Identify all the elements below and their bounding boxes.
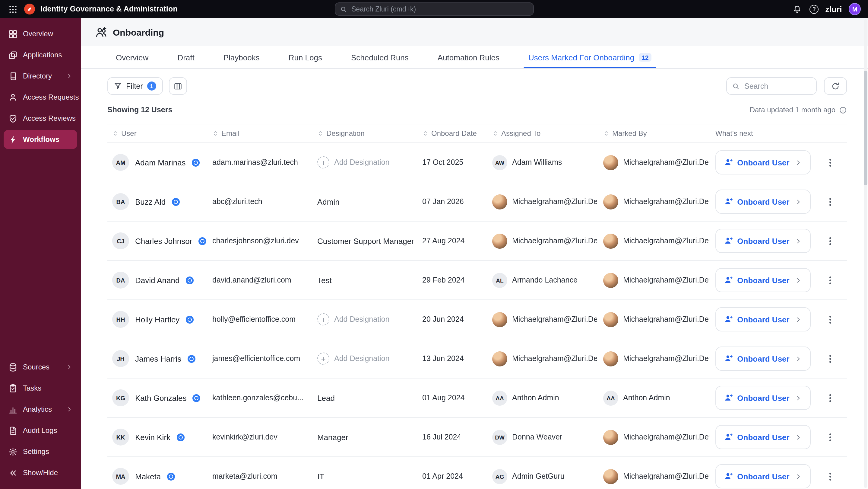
- table-row: KG Kath Gonzales kathleen.gonzales@cebu.…: [107, 378, 847, 418]
- onboard-user-button[interactable]: Onboard User: [715, 347, 811, 371]
- sidebar-item-analytics[interactable]: Analytics: [4, 400, 77, 419]
- onboard-user-button[interactable]: Onboard User: [715, 464, 811, 488]
- topbar: Identity Governance & Administration ? z…: [0, 0, 868, 18]
- add-designation-button[interactable]: + Add Designation: [317, 156, 390, 168]
- row-menu-button[interactable]: [824, 429, 836, 445]
- help-icon[interactable]: ?: [810, 4, 819, 13]
- designation-text: Lead: [317, 393, 335, 402]
- row-menu-button[interactable]: [824, 272, 836, 288]
- column-header-email[interactable]: Email: [212, 129, 317, 138]
- assigned-to-name: Michaelgraham@Zluri.Dev: [512, 354, 597, 363]
- row-menu-button[interactable]: [824, 468, 836, 484]
- tab-draft[interactable]: Draft: [176, 47, 195, 68]
- table-search-input[interactable]: [743, 81, 811, 91]
- source-sync-badge-icon: [185, 276, 193, 284]
- onboard-date: 01 Aug 2024: [422, 394, 492, 402]
- tab-run-logs[interactable]: Run Logs: [287, 47, 323, 68]
- shield-icon: [8, 114, 18, 123]
- chevron-right-icon: [795, 434, 802, 440]
- onboard-user-button[interactable]: Onboard User: [715, 229, 811, 253]
- tab-users-marked-for-onboarding[interactable]: Users Marked For Onboarding12: [527, 47, 653, 68]
- person-add-icon: [724, 197, 733, 206]
- manage-columns-button[interactable]: [169, 77, 187, 95]
- sidebar-item-settings[interactable]: Settings: [4, 442, 77, 461]
- marked-by-avatar: [603, 430, 618, 444]
- bar-chart-icon: [8, 405, 18, 414]
- assigned-to-name: Michaelgraham@Zluri.Dev: [512, 315, 597, 324]
- table-search[interactable]: [726, 77, 817, 95]
- assigned-to-name: Michaelgraham@Zluri.Dev: [512, 197, 597, 206]
- sidebar-item-show-hide[interactable]: Show/Hide: [4, 463, 77, 482]
- onboard-user-button[interactable]: Onboard User: [715, 150, 811, 174]
- person-add-icon: [724, 354, 733, 363]
- sidebar-item-directory[interactable]: Directory: [4, 66, 77, 86]
- onboard-user-button[interactable]: Onboard User: [715, 190, 811, 214]
- column-header-onboard-date[interactable]: Onboard Date: [422, 129, 492, 138]
- sidebar-item-access-requests[interactable]: Access Requests: [4, 88, 77, 107]
- row-menu-button[interactable]: [824, 154, 836, 170]
- marked-by-name: Michaelgraham@Zluri.Dev: [623, 276, 709, 284]
- onboard-date: 13 Jun 2024: [422, 354, 492, 363]
- sidebar-item-access-reviews[interactable]: Access Reviews: [4, 109, 77, 128]
- onboard-date: 16 Jul 2024: [422, 433, 492, 441]
- designation-text: Test: [317, 276, 332, 285]
- global-search[interactable]: [335, 2, 533, 16]
- notifications-bell-icon[interactable]: [792, 3, 803, 15]
- chevron-right-icon: [795, 316, 802, 323]
- user-avatar: HH: [112, 311, 129, 328]
- row-menu-button[interactable]: [824, 233, 836, 249]
- global-search-input[interactable]: [350, 5, 528, 13]
- search-icon: [340, 6, 346, 12]
- refresh-button[interactable]: [824, 77, 847, 95]
- info-icon[interactable]: [839, 106, 847, 114]
- scrollbar[interactable]: [864, 19, 867, 488]
- row-menu-button[interactable]: [824, 194, 836, 209]
- source-sync-badge-icon: [192, 159, 200, 166]
- onboard-user-button[interactable]: Onboard User: [715, 425, 811, 449]
- filter-button[interactable]: Filter 1: [107, 77, 163, 95]
- clipboard-icon: [8, 384, 18, 393]
- marked-by-avatar: [603, 272, 618, 288]
- tab-overview[interactable]: Overview: [115, 47, 150, 68]
- tab-playbooks[interactable]: Playbooks: [222, 47, 261, 68]
- marked-by-avatar: [603, 155, 618, 170]
- tab-automation-rules[interactable]: Automation Rules: [436, 47, 501, 68]
- assigned-to-avatar: [492, 194, 507, 209]
- plus-dashed-icon: +: [317, 313, 329, 325]
- profile-avatar-button[interactable]: M: [849, 3, 861, 15]
- table-row: HH Holly Hartley holly@efficientoffice.c…: [107, 300, 847, 339]
- onboard-user-button[interactable]: Onboard User: [715, 307, 811, 332]
- refresh-icon: [831, 82, 840, 90]
- table-row: MA Maketa marketa@zluri.com IT 01 Apr 20…: [107, 457, 847, 489]
- row-menu-button[interactable]: [824, 312, 836, 327]
- sidebar-item-applications[interactable]: Applications: [4, 45, 77, 65]
- onboard-user-button[interactable]: Onboard User: [715, 268, 811, 292]
- sort-icon: [492, 131, 498, 137]
- sidebar-item-audit-logs[interactable]: Audit Logs: [4, 421, 77, 440]
- column-header-assigned-to[interactable]: Assigned To: [492, 129, 603, 138]
- app-launcher-icon[interactable]: [7, 3, 19, 15]
- assigned-to-avatar: AA: [492, 390, 507, 405]
- marked-by-avatar: [603, 233, 618, 249]
- column-header-user[interactable]: User: [107, 129, 212, 138]
- filter-count-badge: 1: [147, 82, 156, 91]
- add-designation-button[interactable]: + Add Designation: [317, 313, 390, 325]
- row-menu-button[interactable]: [824, 390, 836, 406]
- sidebar-item-tasks[interactable]: Tasks: [4, 378, 77, 398]
- add-designation-button[interactable]: + Add Designation: [317, 352, 390, 365]
- showing-count-text: Showing 12 Users: [107, 106, 172, 114]
- chevron-right-icon: [795, 237, 802, 244]
- column-header-marked-by[interactable]: Marked By: [603, 129, 715, 138]
- tabs-bar: Overview Draft Playbooks Run Logs Schedu…: [81, 46, 868, 69]
- tab-scheduled-runs[interactable]: Scheduled Runs: [350, 47, 410, 68]
- column-header-designation[interactable]: Designation: [317, 129, 422, 138]
- sidebar-item-sources[interactable]: Sources: [4, 357, 77, 377]
- sidebar-item-workflows[interactable]: Workflows: [4, 130, 77, 149]
- user-avatar: DA: [112, 272, 129, 289]
- row-menu-button[interactable]: [824, 351, 836, 367]
- scrollbar-thumb[interactable]: [864, 70, 867, 185]
- marked-by-name: Michaelgraham@Zluri.Dev: [623, 158, 709, 167]
- sidebar-item-overview[interactable]: Overview: [4, 24, 77, 44]
- user-email: charlesjohnson@zluri.dev: [212, 237, 317, 245]
- onboard-user-button[interactable]: Onboard User: [715, 386, 811, 410]
